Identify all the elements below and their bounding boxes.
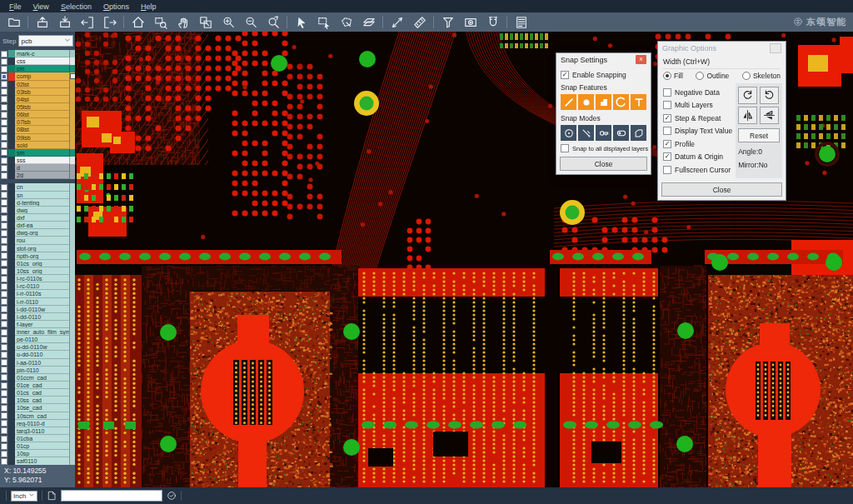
checkbox-icon[interactable] — [1, 390, 7, 397]
unit-dropdown[interactable]: Inch — [11, 491, 37, 502]
layer-visibility-checkbox[interactable] — [0, 343, 8, 351]
layer-color-swatch[interactable] — [8, 207, 15, 214]
layer-visibility-checkbox[interactable] — [0, 298, 8, 306]
close-icon[interactable]: x — [636, 55, 646, 64]
layer-row-09lsb[interactable]: 09lsb — [0, 134, 75, 142]
radio-icon[interactable] — [663, 72, 671, 80]
layer-color-swatch[interactable] — [8, 382, 15, 389]
layer-color-swatch[interactable] — [8, 214, 15, 222]
layer-visibility-checkbox[interactable] — [0, 50, 8, 57]
layer-row-reg-0110-d[interactable]: reg-0110-d — [0, 420, 75, 427]
filter-icon[interactable] — [436, 14, 459, 31]
option-profile[interactable]: ✓Profile — [663, 140, 732, 148]
layer-row-01cs_cad[interactable]: 01cs_cad — [0, 389, 75, 397]
checkbox-icon[interactable] — [1, 260, 7, 267]
snap-dialog-titlebar[interactable]: Snap Settings x — [556, 53, 651, 66]
checkbox-icon[interactable]: ✓ — [561, 71, 569, 79]
layer-visibility-checkbox[interactable] — [0, 290, 8, 297]
layer-color-swatch[interactable] — [8, 260, 15, 267]
radio-skeleton[interactable]: Skeleton — [742, 72, 781, 80]
zoom-out-icon[interactable] — [239, 14, 262, 31]
layer-color-swatch[interactable] — [8, 65, 15, 72]
checkbox-icon[interactable] — [1, 397, 7, 404]
option-display-text-value[interactable]: Display Text Value — [663, 127, 732, 135]
layer-visibility-checkbox[interactable] — [0, 183, 8, 191]
checkbox-icon[interactable] — [1, 306, 7, 312]
layer-visibility-checkbox[interactable] — [0, 267, 8, 275]
layer-visibility-checkbox[interactable] — [0, 103, 8, 111]
layer-row-f-layer[interactable]: f-layer — [0, 321, 75, 328]
checkbox-icon[interactable] — [1, 104, 7, 111]
layer-row-06lst[interactable]: 06lst — [0, 111, 75, 118]
option-fullscreen-cursor[interactable]: Fullscreen Cursor — [663, 166, 732, 174]
properties-icon[interactable] — [510, 14, 532, 31]
layer-row-u-dd-0110[interactable]: u-dd-0110 — [0, 351, 75, 358]
checkbox-icon[interactable] — [1, 96, 7, 102]
layer-row-dwg[interactable]: dwg — [0, 207, 75, 214]
layer-visibility-checkbox[interactable] — [0, 164, 8, 172]
layer-visibility-checkbox[interactable] — [0, 260, 8, 267]
layer-row-dwg-org[interactable]: dwg-org — [0, 229, 75, 237]
layer-color-swatch[interactable] — [8, 229, 15, 237]
layer-row-i-rr-0110[interactable]: i-rr-0110 — [0, 298, 75, 306]
checkbox-icon[interactable] — [1, 276, 7, 282]
checkbox-icon[interactable] — [1, 321, 7, 327]
snap-surface-icon[interactable] — [596, 94, 611, 110]
checkbox-icon[interactable] — [1, 172, 7, 179]
close-button[interactable]: Close — [661, 182, 782, 197]
checkbox-icon[interactable] — [1, 184, 7, 191]
checkbox-icon[interactable] — [663, 101, 671, 109]
layer-visibility-checkbox[interactable] — [0, 435, 8, 442]
snap-key-icon[interactable] — [596, 125, 611, 141]
layer-row-i-rc-0110[interactable]: i-rc-0110 — [0, 282, 75, 290]
layer-row-i-rr-0110s[interactable]: i-rr-0110s — [0, 290, 75, 297]
layer-visibility-checkbox[interactable] — [0, 192, 8, 199]
layer-visibility-checkbox[interactable] — [0, 149, 8, 157]
exit-right-icon[interactable] — [98, 14, 121, 31]
menu-view[interactable]: View — [27, 2, 55, 12]
checkbox-icon[interactable] — [1, 51, 7, 57]
layer-row-mark-c[interactable]: mark-c — [0, 50, 75, 57]
zoom-in-icon[interactable] — [217, 14, 239, 31]
layer-color-swatch[interactable] — [8, 164, 15, 172]
checkbox-icon[interactable] — [1, 157, 7, 164]
layer-color-swatch[interactable] — [8, 222, 15, 229]
layer-row-10scm_cad[interactable]: 10scm_cad — [0, 412, 75, 420]
layer-visibility-checkbox[interactable] — [0, 207, 8, 214]
rotate-cw-icon[interactable] — [738, 87, 757, 104]
graphic-dialog-titlebar[interactable]: Graphic Options — [658, 42, 786, 54]
checkbox-icon[interactable] — [561, 144, 569, 152]
new-page-icon[interactable] — [47, 491, 57, 501]
layer-row-i-aa-0110[interactable]: i-aa-0110 — [0, 359, 75, 367]
layer-color-swatch[interactable] — [8, 389, 15, 397]
radio-icon[interactable] — [742, 72, 751, 80]
checkbox-icon[interactable] — [1, 149, 7, 156]
layer-visibility-checkbox[interactable] — [0, 172, 8, 179]
checkbox-icon[interactable] — [1, 245, 7, 252]
step-dropdown[interactable]: pcb — [18, 35, 73, 47]
checkbox-icon[interactable] — [1, 313, 7, 320]
layer-visibility-checkbox[interactable] — [0, 88, 8, 96]
layer-visibility-checkbox[interactable] — [0, 397, 8, 404]
checkbox-icon[interactable] — [1, 142, 7, 148]
layer-color-swatch[interactable] — [8, 142, 15, 149]
layer-visibility-checkbox[interactable] — [0, 72, 8, 80]
select-icon[interactable] — [290, 14, 312, 31]
layer-color-swatch[interactable] — [8, 72, 15, 80]
layer-color-swatch[interactable] — [8, 245, 15, 252]
layer-visibility-checkbox[interactable] — [0, 306, 8, 313]
import-down-icon[interactable] — [53, 14, 76, 31]
layer-visibility-checkbox[interactable] — [0, 359, 8, 367]
checkbox-icon[interactable] — [663, 166, 671, 174]
menu-help[interactable]: Help — [135, 2, 162, 12]
option-datum-origin[interactable]: ✓Datum & Origin — [663, 152, 732, 161]
layer-visibility-checkbox[interactable] — [0, 111, 8, 118]
checkbox-icon[interactable] — [1, 329, 7, 336]
checkbox-icon[interactable]: ✓ — [663, 114, 671, 122]
layer-row-2d[interactable]: 2d — [0, 172, 75, 179]
snap-text-icon[interactable] — [631, 94, 646, 110]
layer-color-swatch[interactable] — [8, 118, 15, 126]
zoom-window-icon[interactable] — [149, 14, 172, 31]
layer-row-05lsb[interactable]: 05lsb — [0, 103, 75, 111]
checkbox-icon[interactable] — [1, 405, 7, 412]
